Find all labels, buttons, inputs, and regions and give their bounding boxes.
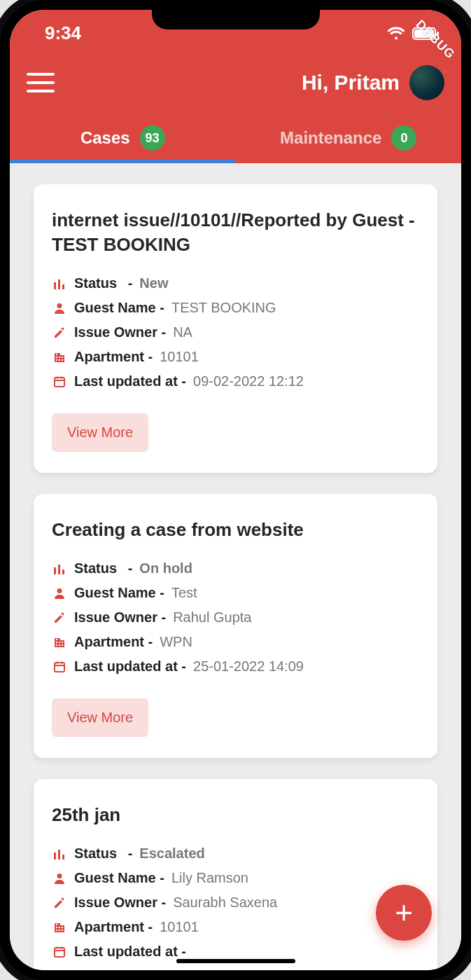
apartment-row: Apartment - 10101 (52, 919, 419, 935)
apartment-value: 10101 (160, 349, 199, 365)
svg-point-22 (57, 874, 62, 878)
svg-rect-23 (55, 948, 64, 957)
updated-label: Last updated at - (74, 373, 186, 389)
header-row: Hi, Pritam (10, 53, 461, 114)
status-value: Escalated (139, 846, 204, 862)
tab-maintenance[interactable]: Maintenance 0 (236, 114, 462, 163)
svg-rect-20 (58, 850, 60, 860)
person-icon (52, 871, 67, 886)
tab-bar: Cases 93 Maintenance 0 (10, 114, 461, 163)
status-row: Status - Escalated (52, 846, 419, 862)
updated-row: Last updated at - 09-02-2022 12:12 (52, 373, 419, 389)
status-icon (52, 561, 67, 577)
guest-value: Test (171, 585, 197, 601)
apartment-value: 10101 (160, 919, 199, 935)
tab-maintenance-badge: 0 (391, 125, 416, 151)
status-icon (52, 846, 67, 862)
svg-rect-11 (54, 567, 56, 574)
guest-value: TEST BOOKING (171, 300, 276, 316)
svg-rect-4 (58, 279, 60, 289)
view-more-button[interactable]: View More (52, 413, 148, 452)
tab-cases-badge: 93 (140, 125, 165, 151)
status-row: Status - New (52, 275, 419, 291)
home-indicator (176, 959, 295, 963)
avatar[interactable] (409, 65, 444, 100)
owner-label: Issue Owner - (74, 895, 166, 911)
svg-rect-3 (54, 282, 56, 289)
status-label: Status (74, 846, 117, 862)
guest-row: Guest Name - TEST BOOKING (52, 300, 419, 316)
svg-rect-21 (62, 855, 64, 860)
tab-cases[interactable]: Cases 93 (10, 114, 236, 163)
svg-rect-7 (55, 378, 64, 387)
pencil-icon (52, 610, 67, 626)
updated-row: Last updated at - 25-01-2022 14:09 (52, 658, 419, 675)
apartment-row: Apartment - WPN (52, 634, 419, 650)
apartment-label: Apartment - (74, 634, 153, 650)
svg-point-6 (57, 303, 62, 308)
greeting-text: Hi, Pritam (302, 71, 400, 95)
wifi-icon (387, 27, 405, 41)
guest-label: Guest Name - (74, 870, 164, 886)
tab-cases-label: Cases (80, 128, 130, 148)
apartment-row: Apartment - 10101 (52, 349, 419, 365)
guest-label: Guest Name - (74, 300, 164, 316)
guest-row: Guest Name - Lily Ramson (52, 870, 419, 886)
apartment-label: Apartment - (74, 349, 153, 365)
owner-row: Issue Owner - Saurabh Saxena (52, 895, 419, 911)
plus-icon: + (395, 895, 413, 930)
case-card: Creating a case from website Status - On… (34, 494, 437, 758)
apartment-label: Apartment - (74, 919, 153, 935)
owner-value: Saurabh Saxena (173, 895, 277, 911)
status-label: Status (74, 560, 117, 577)
menu-icon[interactable] (27, 73, 55, 92)
case-card: internet issue//10101//Reported by Guest… (34, 184, 437, 473)
status-row: Status - On hold (52, 560, 419, 577)
view-more-button[interactable]: View More (52, 698, 148, 737)
svg-rect-12 (58, 565, 60, 574)
status-value: New (139, 275, 168, 291)
building-icon (52, 920, 67, 935)
add-fab[interactable]: + (376, 885, 432, 941)
guest-value: Lily Ramson (171, 870, 248, 886)
case-title: Creating a case from website (52, 518, 419, 542)
greeting-wrap: Hi, Pritam (302, 65, 444, 100)
updated-label: Last updated at - (74, 658, 186, 675)
guest-label: Guest Name - (74, 585, 164, 601)
status-time: 9:34 (45, 22, 81, 44)
person-icon (52, 301, 67, 316)
tab-maintenance-label: Maintenance (280, 128, 381, 148)
owner-label: Issue Owner - (74, 324, 166, 340)
owner-row: Issue Owner - Rahul Gupta (52, 609, 419, 626)
updated-value: 25-01-2022 14:09 (193, 658, 304, 675)
svg-point-14 (57, 588, 62, 593)
device-frame: DEBUG 9:34 Hi, Pritam (0, 0, 471, 980)
status-value: On hold (139, 560, 192, 577)
owner-value: NA (173, 324, 192, 340)
building-icon (52, 635, 67, 650)
device-notch (152, 0, 320, 29)
svg-rect-5 (62, 284, 64, 289)
svg-rect-19 (54, 853, 56, 860)
svg-rect-13 (62, 570, 64, 574)
updated-value: 09-02-2022 12:12 (193, 373, 304, 389)
building-icon (52, 350, 67, 365)
pencil-icon (52, 895, 67, 911)
case-card: 25th jan Status - Escalated Guest Name -… (34, 779, 437, 970)
pencil-icon (52, 325, 67, 340)
owner-value: Rahul Gupta (173, 609, 251, 626)
screen: DEBUG 9:34 Hi, Pritam (10, 10, 461, 970)
case-list[interactable]: internet issue//10101//Reported by Guest… (10, 163, 461, 970)
calendar-icon (52, 374, 67, 389)
owner-label: Issue Owner - (74, 609, 166, 626)
calendar-icon (52, 659, 67, 675)
svg-rect-15 (55, 663, 64, 672)
updated-row: Last updated at - (52, 944, 419, 960)
owner-row: Issue Owner - NA (52, 324, 419, 340)
apartment-value: WPN (160, 634, 192, 650)
calendar-icon (52, 944, 67, 960)
updated-label: Last updated at - (74, 944, 186, 960)
guest-row: Guest Name - Test (52, 585, 419, 601)
case-title: 25th jan (52, 803, 419, 827)
status-label: Status (74, 275, 117, 291)
